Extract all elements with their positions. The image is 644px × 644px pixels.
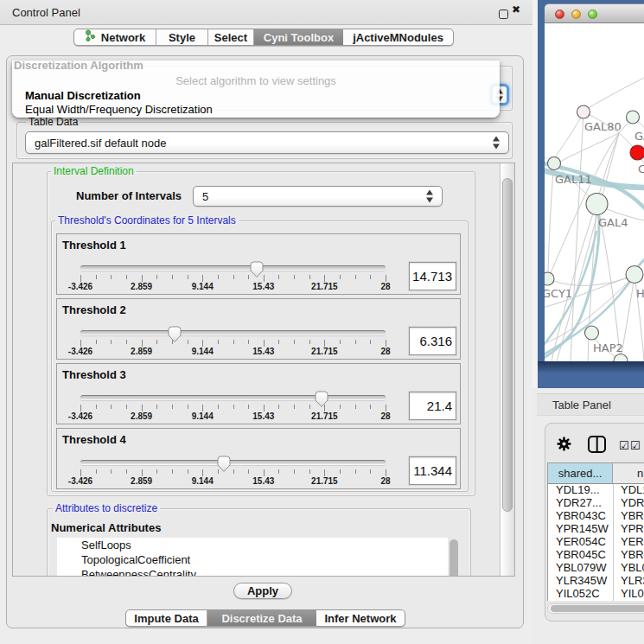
gear-icon[interactable] [557, 437, 571, 451]
close-icon[interactable]: ✖ [512, 3, 520, 16]
apply-button[interactable]: Apply [233, 583, 292, 599]
slider-tick [340, 340, 341, 344]
tab-network[interactable]: Network [74, 29, 156, 45]
table-row[interactable]: YBR045CYBR045C [548, 549, 644, 562]
select-none-check-icon[interactable]: ☑ [630, 439, 641, 452]
slider-tick [172, 275, 173, 279]
numerical-attributes-list[interactable]: SelfLoopsTopologicalCoefficientBetweenne… [57, 538, 448, 577]
threshold-2-value-field[interactable]: 6.316 [409, 327, 456, 355]
slider-tick [370, 469, 371, 474]
slider-tick-label: 21.715 [311, 411, 338, 421]
slider-tick [324, 469, 325, 476]
control-panel-tabbar: NetworkStyleSelectCyni ToolboxjActiveMNo… [73, 29, 454, 46]
slider-tick [188, 405, 188, 409]
threshold-3-slider-track[interactable] [80, 395, 386, 400]
slider-tick [355, 405, 356, 409]
tab-cyni-toolbox[interactable]: Cyni Toolbox [254, 29, 343, 45]
discretization-algorithm-group-title: Discretization Algorithm [14, 59, 143, 72]
threshold-3-value-field[interactable]: 21.4 [409, 392, 456, 420]
slider-tick [202, 405, 203, 411]
node-label-hap2: HAP2 [593, 341, 623, 354]
threshold-3-slider-thumb[interactable] [314, 391, 328, 408]
tab-jactivemnodules[interactable]: jActiveMNodules [343, 29, 453, 45]
algorithm-option-manual-discretization[interactable]: Manual Discretization [25, 89, 141, 102]
tab-impute-data[interactable]: Impute Data [126, 610, 207, 626]
algorithm-option-equal-width-frequency-discretization[interactable]: Equal Width/Frequency Discretization [25, 103, 213, 116]
table-row[interactable]: YLR345WYLR345W [548, 575, 644, 588]
node-red-selected[interactable] [630, 145, 644, 160]
node-hap2[interactable] [585, 326, 599, 340]
slider-tick [278, 469, 279, 474]
node-table[interactable]: shared...n... YDL19...YDL19...YDR27...YD… [547, 462, 644, 601]
slider-tick [233, 275, 234, 279]
threshold-1-slider-thumb[interactable] [249, 261, 264, 278]
threshold-2-slider-track[interactable] [80, 330, 386, 335]
slider-tick [386, 469, 386, 476]
threshold-1-slider-track[interactable] [80, 265, 386, 271]
node-gal1[interactable] [627, 111, 640, 124]
slider-tick [340, 405, 341, 409]
tab-discretize-data[interactable]: Discretize Data [207, 610, 316, 626]
threshold-4-value-field[interactable]: 11.344 [409, 456, 456, 485]
node-gal11[interactable] [548, 157, 561, 170]
column-header-shared-name[interactable]: shared... [548, 463, 613, 484]
table-row[interactable]: YBR043CYBR043C [548, 510, 644, 523]
node-gal80[interactable] [577, 105, 590, 118]
table-hscrollbar-thumb[interactable] [551, 605, 644, 612]
table-row[interactable]: YPR145WYPR145W [548, 523, 644, 536]
graph-edge[interactable] [550, 133, 619, 275]
slider-tick [309, 275, 310, 279]
slider-tick [96, 340, 97, 344]
table-hscrollbar-track[interactable] [547, 603, 644, 614]
column-header-name[interactable]: n... [613, 463, 644, 484]
network-canvas[interactable]: GAL80GACGAL11GAL4GCY1HHAP2 [545, 23, 644, 361]
table-row[interactable]: YDL19...YDL19... [548, 484, 644, 497]
minimize-traffic-light-icon[interactable] [571, 10, 581, 19]
zoom-traffic-light-icon[interactable] [588, 10, 597, 19]
tab-infer-network[interactable]: Infer Network [316, 610, 405, 626]
settings-scrollbar-thumb[interactable] [502, 178, 513, 512]
table-row[interactable]: YER054CYER054C [548, 536, 644, 549]
number-of-intervals-combobox[interactable]: 5 [193, 186, 443, 207]
graph-edge[interactable] [622, 277, 634, 355]
network-window[interactable]: GAL80GACGAL11GAL4GCY1HHAP2 [545, 3, 644, 361]
cell-name: YPR145W [621, 522, 644, 535]
float-window-icon[interactable] [499, 10, 508, 19]
tab-style[interactable]: Style [156, 29, 208, 45]
slider-tick [278, 340, 279, 344]
tab-label: Infer Network [324, 612, 396, 625]
slider-tick-label: 15.43 [252, 282, 274, 291]
table-row[interactable]: YBL079WYBL079W [548, 562, 644, 575]
node-gcy1[interactable] [545, 272, 554, 285]
attributes-list-scrollbar[interactable] [450, 539, 458, 577]
settings-scrollbar-track[interactable] [500, 163, 514, 577]
threshold-1-value-field[interactable]: 14.713 [409, 262, 456, 290]
graph-edge[interactable] [555, 112, 584, 157]
node-h[interactable] [626, 266, 643, 284]
attribute-item-selfloops[interactable]: SelfLoops [57, 538, 448, 552]
table-row[interactable]: YDR27...YDR27... [548, 497, 644, 510]
threshold-4-box: Threshold 4-3.4262.8599.14415.4321.71528… [56, 428, 461, 489]
table-header-row: shared...n... [548, 463, 644, 484]
threshold-2-slider-thumb[interactable] [168, 326, 182, 343]
attribute-item-betweennesscentrality[interactable]: BetweennessCentrality [57, 567, 448, 577]
slider-tick-label: 28 [380, 476, 390, 486]
node-bottom[interactable] [614, 354, 628, 362]
graph-edge[interactable] [548, 163, 554, 272]
slider-tick [278, 275, 279, 279]
table-row[interactable]: YIL052CYIL052C [548, 588, 644, 601]
node-gal4[interactable] [586, 194, 608, 215]
select-all-check-icon[interactable]: ☑ [619, 439, 629, 452]
columns-layout-icon[interactable] [588, 436, 606, 453]
table-data-combobox[interactable]: galFiltered.sif default node [25, 131, 509, 154]
network-icon [85, 29, 96, 45]
attribute-item-topologicalcoefficient[interactable]: TopologicalCoefficient [57, 552, 448, 567]
threshold-4-slider-thumb[interactable] [216, 456, 231, 473]
network-window-titlebar[interactable] [545, 3, 644, 23]
algorithm-dropdown-popup: Discretization Algorithm Select algorith… [12, 61, 500, 118]
threshold-4-slider-track[interactable] [80, 460, 386, 465]
tab-select[interactable]: Select [208, 29, 254, 45]
slider-tick-label: 2.859 [131, 476, 152, 486]
graph-edge[interactable] [584, 75, 644, 111]
close-traffic-light-icon[interactable] [555, 10, 564, 19]
